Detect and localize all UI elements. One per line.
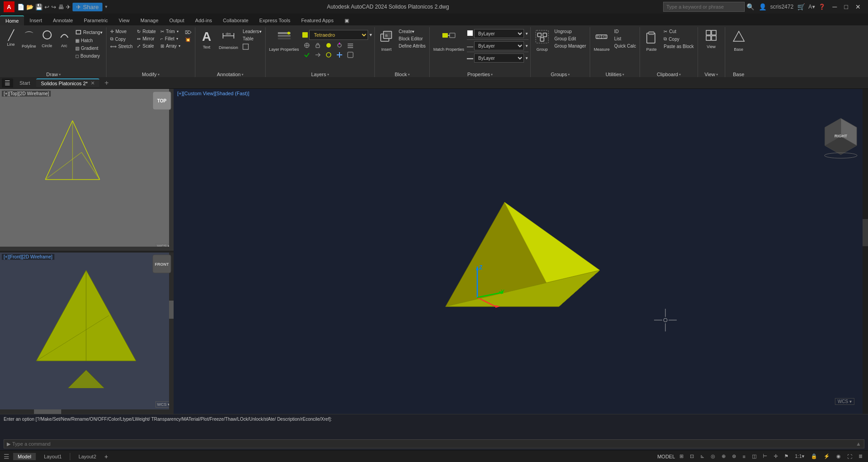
tab-insert[interactable]: Insert <box>24 15 48 25</box>
model-tab[interactable]: Model <box>13 453 36 460</box>
font-icon[interactable]: A▾ <box>809 4 815 10</box>
main-viewport-label[interactable]: [+][Custom View][Shaded (Fast)] <box>177 91 249 96</box>
layer-on-button[interactable] <box>335 41 344 49</box>
grid-button[interactable]: ⊞ <box>678 453 685 460</box>
main-scrollbar-thumb-v[interactable] <box>863 219 868 246</box>
modify-expand-icon[interactable]: ▾ <box>158 73 160 77</box>
layer-match-button[interactable] <box>345 41 355 49</box>
close-button[interactable]: ✕ <box>852 3 864 10</box>
tab-parametric[interactable]: Parametric <box>78 15 113 25</box>
stretch-button[interactable]: ⟺ Stretch <box>108 43 135 50</box>
gizmo-button[interactable]: ✛ <box>772 453 780 460</box>
print-icon[interactable]: 🖶 <box>58 4 64 10</box>
gradient-button[interactable]: ▧ Gradient <box>73 45 104 52</box>
customization-button[interactable]: ≣ <box>857 453 864 460</box>
boundary-button[interactable]: ◻ Boundary <box>73 53 104 59</box>
tab-addins[interactable]: Add-ins <box>190 15 218 25</box>
tab-collaborate[interactable]: Collaborate <box>218 15 254 25</box>
maximize-button[interactable]: □ <box>841 3 852 10</box>
scale-button[interactable]: ⤢ Scale <box>135 43 157 49</box>
ortho-button[interactable]: ⊾ <box>698 453 706 460</box>
id-button[interactable]: ID <box>612 28 638 35</box>
base-button[interactable]: Base <box>729 28 748 53</box>
circle-button[interactable]: Circle <box>39 28 55 49</box>
layout2-tab[interactable]: Layout2 <box>74 453 101 460</box>
copy-button[interactable]: ⧉ Copy <box>108 35 135 43</box>
snap-button[interactable]: ⊡ <box>688 453 696 460</box>
transparency-button[interactable]: ◫ <box>750 453 758 460</box>
insert-button[interactable]: B Insert <box>377 28 396 53</box>
create-button[interactable]: Create▾ <box>397 28 427 35</box>
tab-featured-apps[interactable]: Featured Apps <box>296 15 339 25</box>
layer-dropdown-arrow-icon[interactable]: ▼ <box>369 33 373 37</box>
statusbar-menu-icon[interactable]: ☰ <box>4 453 10 460</box>
minimize-button[interactable]: ─ <box>829 3 841 10</box>
groups-expand-icon[interactable]: ▾ <box>568 73 570 77</box>
viewport-scrollbar-h-bl[interactable] <box>0 409 169 414</box>
array-button[interactable]: ⊞ Array ▾ <box>159 43 182 49</box>
hardware-accel-button[interactable]: ⚡ <box>822 453 832 460</box>
scrollbar-thumb-v-bl[interactable] <box>169 301 174 319</box>
isolate-objects-button[interactable]: ◉ <box>834 453 843 460</box>
layer-color2-button[interactable] <box>324 41 334 49</box>
osnap-button[interactable]: ⊕ <box>720 453 727 460</box>
search-input[interactable] <box>663 2 745 12</box>
layers-expand-icon[interactable]: ▾ <box>327 73 329 77</box>
list-button[interactable]: List <box>612 35 638 42</box>
cart-icon[interactable]: 🛒 <box>797 3 805 10</box>
tab-manage[interactable]: Manage <box>135 15 164 25</box>
ungroup-button[interactable]: Ungroup <box>553 28 588 35</box>
fillet-button[interactable]: ⌐ Fillet ▾ <box>159 35 182 42</box>
explode-button[interactable]: 💥 <box>183 36 193 43</box>
cut-button[interactable]: ✂Cut <box>662 28 695 35</box>
measure-button[interactable]: Measure <box>592 28 611 53</box>
main-viewport-scrollbar-v[interactable] <box>863 89 868 414</box>
rotate-button[interactable]: ↻ Rotate <box>135 28 157 35</box>
save-icon[interactable]: 💾 <box>35 4 43 10</box>
layer-freeze2-button[interactable] <box>335 51 344 59</box>
text-button[interactable]: A Text <box>197 28 216 51</box>
close-tab-icon[interactable]: ✕ <box>91 80 95 86</box>
tab-express-tools[interactable]: Express Tools <box>254 15 296 25</box>
color-dropdown[interactable]: ByLayer <box>474 29 524 38</box>
layer-walk-button[interactable] <box>313 51 323 59</box>
lineweight-expand-icon[interactable]: ▼ <box>525 56 529 60</box>
group-manager-button[interactable]: Group Manager <box>553 43 588 49</box>
units-button[interactable]: 1:1▾ <box>793 453 806 460</box>
search-icon[interactable]: 🔍 <box>747 3 754 10</box>
block-editor-button[interactable]: Block Editor <box>397 35 427 42</box>
draw-expand-icon[interactable]: ▾ <box>59 73 61 77</box>
bottom-left-viewport-label[interactable]: [+][Front][2D Wireframe] <box>2 254 54 260</box>
mirror-button[interactable]: ⇔ Mirror <box>135 35 157 42</box>
selection-filter-button[interactable]: ⊢ <box>761 453 769 460</box>
properties-expand-icon[interactable]: ▾ <box>491 73 493 77</box>
lineweight-button[interactable]: ≡ <box>741 453 747 460</box>
clipboard-expand-icon[interactable]: ▾ <box>679 73 681 77</box>
paste-button[interactable]: Paste <box>642 28 661 53</box>
view-expand-icon[interactable]: ▾ <box>716 73 718 77</box>
top-left-viewport-label[interactable]: [+][Top][2D Wireframe] <box>2 91 51 97</box>
share-button[interactable]: ✈ Share <box>73 3 102 11</box>
command-scroll-icon[interactable]: ▲ <box>856 441 861 447</box>
move-button[interactable]: ✛ Move <box>108 28 135 35</box>
nav-cube-main[interactable]: RIGHT <box>820 114 861 160</box>
annotation-monitor-button[interactable]: ⚑ <box>782 453 790 460</box>
define-attribs-button[interactable]: Define Attribs <box>397 43 427 49</box>
rectangle-button[interactable]: Rectang▾ <box>73 28 104 36</box>
undo-icon[interactable]: ↩ <box>44 4 49 10</box>
leaders-button[interactable]: Leaders▾ <box>241 28 263 35</box>
lineweight-dropdown[interactable]: ByLayer <box>474 53 524 63</box>
annotation-expand-icon[interactable]: ▾ <box>242 73 243 77</box>
tab-extra[interactable]: ▣ <box>339 15 354 25</box>
dropdown-arrow-icon[interactable]: ▼ <box>104 5 108 9</box>
open-icon[interactable]: 📂 <box>26 4 34 10</box>
copy2-button[interactable]: ⧉Copy <box>662 35 695 43</box>
redo-icon[interactable]: ↪ <box>51 4 56 10</box>
viewport-scrollbar-v-tl[interactable] <box>169 89 174 251</box>
polar-button[interactable]: ◎ <box>709 453 717 460</box>
layout1-tab[interactable]: Layout1 <box>39 453 66 460</box>
group-edit-button[interactable]: Group Edit <box>553 35 588 42</box>
layer-unisolate-button[interactable] <box>345 51 355 59</box>
match-properties-button[interactable]: Match Properties <box>432 28 466 53</box>
linetype-expand-icon[interactable]: ▼ <box>525 44 529 48</box>
